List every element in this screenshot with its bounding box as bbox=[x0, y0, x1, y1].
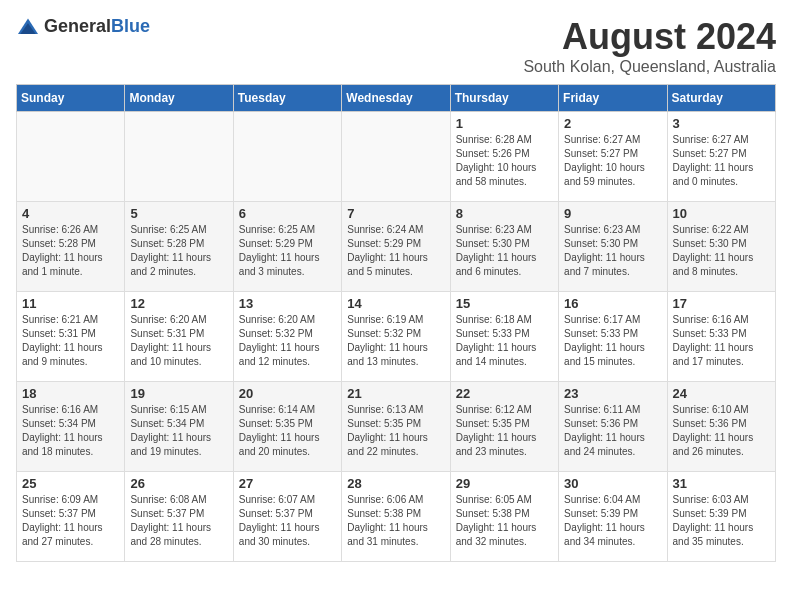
day-cell: 3Sunrise: 6:27 AM Sunset: 5:27 PM Daylig… bbox=[667, 112, 775, 202]
day-number: 26 bbox=[130, 476, 227, 491]
day-cell: 14Sunrise: 6:19 AM Sunset: 5:32 PM Dayli… bbox=[342, 292, 450, 382]
day-info: Sunrise: 6:23 AM Sunset: 5:30 PM Dayligh… bbox=[456, 223, 553, 279]
day-cell: 6Sunrise: 6:25 AM Sunset: 5:29 PM Daylig… bbox=[233, 202, 341, 292]
day-info: Sunrise: 6:11 AM Sunset: 5:36 PM Dayligh… bbox=[564, 403, 661, 459]
day-info: Sunrise: 6:20 AM Sunset: 5:32 PM Dayligh… bbox=[239, 313, 336, 369]
day-number: 17 bbox=[673, 296, 770, 311]
day-cell: 19Sunrise: 6:15 AM Sunset: 5:34 PM Dayli… bbox=[125, 382, 233, 472]
day-info: Sunrise: 6:04 AM Sunset: 5:39 PM Dayligh… bbox=[564, 493, 661, 549]
day-info: Sunrise: 6:27 AM Sunset: 5:27 PM Dayligh… bbox=[564, 133, 661, 189]
day-number: 11 bbox=[22, 296, 119, 311]
day-cell: 24Sunrise: 6:10 AM Sunset: 5:36 PM Dayli… bbox=[667, 382, 775, 472]
day-info: Sunrise: 6:14 AM Sunset: 5:35 PM Dayligh… bbox=[239, 403, 336, 459]
day-number: 31 bbox=[673, 476, 770, 491]
day-cell: 29Sunrise: 6:05 AM Sunset: 5:38 PM Dayli… bbox=[450, 472, 558, 562]
day-info: Sunrise: 6:28 AM Sunset: 5:26 PM Dayligh… bbox=[456, 133, 553, 189]
day-number: 2 bbox=[564, 116, 661, 131]
day-info: Sunrise: 6:12 AM Sunset: 5:35 PM Dayligh… bbox=[456, 403, 553, 459]
day-number: 22 bbox=[456, 386, 553, 401]
day-cell: 15Sunrise: 6:18 AM Sunset: 5:33 PM Dayli… bbox=[450, 292, 558, 382]
day-number: 3 bbox=[673, 116, 770, 131]
day-number: 25 bbox=[22, 476, 119, 491]
day-cell bbox=[233, 112, 341, 202]
day-info: Sunrise: 6:25 AM Sunset: 5:28 PM Dayligh… bbox=[130, 223, 227, 279]
day-header-wednesday: Wednesday bbox=[342, 85, 450, 112]
day-cell: 17Sunrise: 6:16 AM Sunset: 5:33 PM Dayli… bbox=[667, 292, 775, 382]
day-header-sunday: Sunday bbox=[17, 85, 125, 112]
calendar-table: SundayMondayTuesdayWednesdayThursdayFrid… bbox=[16, 84, 776, 562]
day-header-saturday: Saturday bbox=[667, 85, 775, 112]
day-number: 6 bbox=[239, 206, 336, 221]
day-number: 19 bbox=[130, 386, 227, 401]
day-cell bbox=[125, 112, 233, 202]
day-cell: 10Sunrise: 6:22 AM Sunset: 5:30 PM Dayli… bbox=[667, 202, 775, 292]
day-cell: 5Sunrise: 6:25 AM Sunset: 5:28 PM Daylig… bbox=[125, 202, 233, 292]
logo-general: General bbox=[44, 16, 111, 36]
week-row-3: 11Sunrise: 6:21 AM Sunset: 5:31 PM Dayli… bbox=[17, 292, 776, 382]
day-number: 13 bbox=[239, 296, 336, 311]
day-info: Sunrise: 6:20 AM Sunset: 5:31 PM Dayligh… bbox=[130, 313, 227, 369]
day-cell: 7Sunrise: 6:24 AM Sunset: 5:29 PM Daylig… bbox=[342, 202, 450, 292]
day-number: 9 bbox=[564, 206, 661, 221]
day-number: 5 bbox=[130, 206, 227, 221]
day-cell: 26Sunrise: 6:08 AM Sunset: 5:37 PM Dayli… bbox=[125, 472, 233, 562]
day-cell: 18Sunrise: 6:16 AM Sunset: 5:34 PM Dayli… bbox=[17, 382, 125, 472]
week-row-5: 25Sunrise: 6:09 AM Sunset: 5:37 PM Dayli… bbox=[17, 472, 776, 562]
day-number: 10 bbox=[673, 206, 770, 221]
day-cell: 11Sunrise: 6:21 AM Sunset: 5:31 PM Dayli… bbox=[17, 292, 125, 382]
header-row: SundayMondayTuesdayWednesdayThursdayFrid… bbox=[17, 85, 776, 112]
day-info: Sunrise: 6:08 AM Sunset: 5:37 PM Dayligh… bbox=[130, 493, 227, 549]
day-cell: 12Sunrise: 6:20 AM Sunset: 5:31 PM Dayli… bbox=[125, 292, 233, 382]
day-info: Sunrise: 6:07 AM Sunset: 5:37 PM Dayligh… bbox=[239, 493, 336, 549]
day-cell: 27Sunrise: 6:07 AM Sunset: 5:37 PM Dayli… bbox=[233, 472, 341, 562]
day-number: 27 bbox=[239, 476, 336, 491]
day-number: 18 bbox=[22, 386, 119, 401]
day-cell bbox=[17, 112, 125, 202]
location-title: South Kolan, Queensland, Australia bbox=[523, 58, 776, 76]
day-header-thursday: Thursday bbox=[450, 85, 558, 112]
day-number: 24 bbox=[673, 386, 770, 401]
day-number: 7 bbox=[347, 206, 444, 221]
day-info: Sunrise: 6:23 AM Sunset: 5:30 PM Dayligh… bbox=[564, 223, 661, 279]
week-row-2: 4Sunrise: 6:26 AM Sunset: 5:28 PM Daylig… bbox=[17, 202, 776, 292]
day-info: Sunrise: 6:19 AM Sunset: 5:32 PM Dayligh… bbox=[347, 313, 444, 369]
logo-text: GeneralBlue bbox=[44, 16, 150, 37]
day-info: Sunrise: 6:16 AM Sunset: 5:33 PM Dayligh… bbox=[673, 313, 770, 369]
day-number: 8 bbox=[456, 206, 553, 221]
day-cell: 30Sunrise: 6:04 AM Sunset: 5:39 PM Dayli… bbox=[559, 472, 667, 562]
day-number: 16 bbox=[564, 296, 661, 311]
day-cell: 23Sunrise: 6:11 AM Sunset: 5:36 PM Dayli… bbox=[559, 382, 667, 472]
day-info: Sunrise: 6:27 AM Sunset: 5:27 PM Dayligh… bbox=[673, 133, 770, 189]
day-header-friday: Friday bbox=[559, 85, 667, 112]
day-cell bbox=[342, 112, 450, 202]
day-info: Sunrise: 6:09 AM Sunset: 5:37 PM Dayligh… bbox=[22, 493, 119, 549]
day-info: Sunrise: 6:24 AM Sunset: 5:29 PM Dayligh… bbox=[347, 223, 444, 279]
week-row-1: 1Sunrise: 6:28 AM Sunset: 5:26 PM Daylig… bbox=[17, 112, 776, 202]
day-cell: 1Sunrise: 6:28 AM Sunset: 5:26 PM Daylig… bbox=[450, 112, 558, 202]
day-number: 12 bbox=[130, 296, 227, 311]
week-row-4: 18Sunrise: 6:16 AM Sunset: 5:34 PM Dayli… bbox=[17, 382, 776, 472]
day-info: Sunrise: 6:25 AM Sunset: 5:29 PM Dayligh… bbox=[239, 223, 336, 279]
day-info: Sunrise: 6:10 AM Sunset: 5:36 PM Dayligh… bbox=[673, 403, 770, 459]
day-cell: 16Sunrise: 6:17 AM Sunset: 5:33 PM Dayli… bbox=[559, 292, 667, 382]
month-title: August 2024 bbox=[523, 16, 776, 58]
day-info: Sunrise: 6:03 AM Sunset: 5:39 PM Dayligh… bbox=[673, 493, 770, 549]
day-cell: 13Sunrise: 6:20 AM Sunset: 5:32 PM Dayli… bbox=[233, 292, 341, 382]
day-number: 23 bbox=[564, 386, 661, 401]
day-info: Sunrise: 6:22 AM Sunset: 5:30 PM Dayligh… bbox=[673, 223, 770, 279]
day-info: Sunrise: 6:06 AM Sunset: 5:38 PM Dayligh… bbox=[347, 493, 444, 549]
day-cell: 22Sunrise: 6:12 AM Sunset: 5:35 PM Dayli… bbox=[450, 382, 558, 472]
logo-blue: Blue bbox=[111, 16, 150, 36]
day-number: 4 bbox=[22, 206, 119, 221]
day-cell: 2Sunrise: 6:27 AM Sunset: 5:27 PM Daylig… bbox=[559, 112, 667, 202]
day-number: 15 bbox=[456, 296, 553, 311]
day-cell: 20Sunrise: 6:14 AM Sunset: 5:35 PM Dayli… bbox=[233, 382, 341, 472]
day-number: 20 bbox=[239, 386, 336, 401]
day-number: 28 bbox=[347, 476, 444, 491]
day-header-tuesday: Tuesday bbox=[233, 85, 341, 112]
title-area: August 2024 South Kolan, Queensland, Aus… bbox=[523, 16, 776, 76]
day-info: Sunrise: 6:16 AM Sunset: 5:34 PM Dayligh… bbox=[22, 403, 119, 459]
day-cell: 25Sunrise: 6:09 AM Sunset: 5:37 PM Dayli… bbox=[17, 472, 125, 562]
day-info: Sunrise: 6:05 AM Sunset: 5:38 PM Dayligh… bbox=[456, 493, 553, 549]
logo: GeneralBlue bbox=[16, 16, 150, 37]
